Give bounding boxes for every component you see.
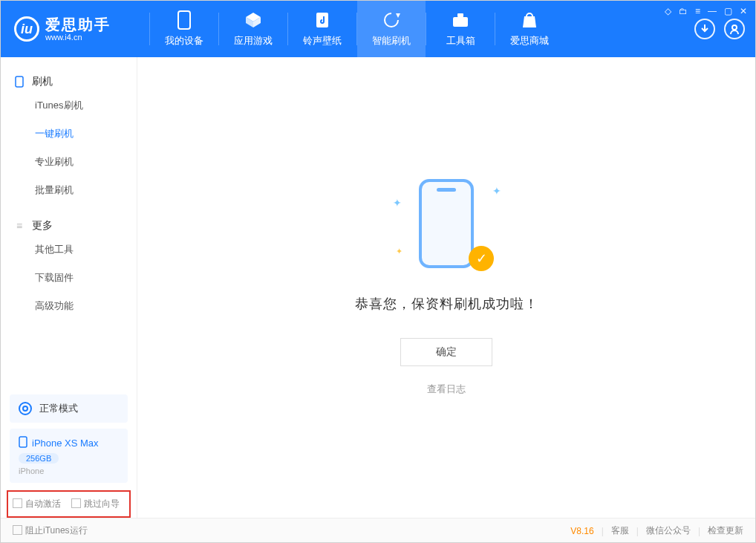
checkbox-icon — [71, 498, 81, 508]
group-more: ≡ 更多 — [1, 215, 137, 235]
svg-rect-9 — [16, 77, 23, 87]
phone-small-icon — [19, 436, 27, 450]
mode-icon — [19, 402, 32, 415]
app-header: iu 爱思助手 www.i4.cn 我的设备 应用游戏 铃声壁纸 智能刷机 — [1, 1, 755, 57]
tab-label: 工具箱 — [446, 34, 475, 48]
group-title: 刷机 — [32, 75, 53, 88]
tab-toolbox[interactable]: 工具箱 — [426, 1, 495, 57]
maximize-icon[interactable]: ▢ — [724, 6, 732, 16]
tab-label: 我的设备 — [165, 34, 203, 48]
view-log-link[interactable]: 查看日志 — [427, 383, 466, 396]
download-icon[interactable] — [694, 19, 715, 39]
phone-graphic — [419, 179, 474, 268]
svg-rect-7 — [457, 13, 463, 17]
group-title: 更多 — [32, 219, 53, 233]
mode-card[interactable]: 正常模式 — [10, 394, 128, 423]
checkbox-skip-guide[interactable]: 跳过向导 — [71, 498, 120, 510]
ok-button[interactable]: 确定 — [400, 338, 492, 366]
success-message: 恭喜您，保资料刷机成功啦！ — [355, 295, 538, 313]
tab-label: 爱思商城 — [510, 34, 549, 48]
minimize-icon[interactable]: — — [708, 6, 717, 16]
status-bar: 阻止iTunes运行 V8.16 | 客服 | 微信公众号 | 检查更新 — [1, 518, 755, 543]
sidebar-item-advanced[interactable]: 高级功能 — [1, 292, 137, 320]
tab-label: 应用游戏 — [234, 34, 273, 48]
checkbox-block-itunes[interactable]: 阻止iTunes运行 — [13, 524, 88, 537]
device-name: iPhone XS Max — [32, 438, 99, 449]
app-name: 爱思助手 — [45, 16, 111, 33]
lock-icon[interactable]: 🗀 — [679, 6, 688, 16]
window-controls: ◇ 🗀 ≡ — ▢ ✕ — [665, 6, 747, 16]
device-capacity: 256GB — [19, 453, 59, 464]
tab-label: 铃声壁纸 — [303, 34, 342, 48]
svg-marker-5 — [396, 13, 400, 18]
body: 刷机 iTunes刷机 一键刷机 专业刷机 批量刷机 ≡ 更多 其他工具 下载固… — [1, 57, 755, 518]
checkbox-auto-activate[interactable]: 自动激活 — [13, 498, 61, 510]
sidebar-item-other-tools[interactable]: 其他工具 — [1, 235, 137, 264]
app-logo: iu 爱思助手 www.i4.cn — [1, 16, 149, 42]
wechat-link[interactable]: 微信公众号 — [646, 524, 691, 537]
svg-rect-6 — [453, 17, 468, 27]
version-label: V8.16 — [570, 526, 593, 536]
sparkle-icon: ✦ — [393, 197, 402, 209]
phone-outline-icon — [14, 77, 25, 87]
checkbox-icon — [13, 525, 22, 535]
logo-icon: iu — [14, 16, 39, 42]
checkmark-icon: ✓ — [469, 246, 494, 271]
svg-rect-0 — [178, 11, 190, 29]
checkbox-icon — [13, 498, 22, 508]
device-card[interactable]: iPhone XS Max 256GB iPhone — [10, 429, 128, 483]
sidebar-item-download-firmware[interactable]: 下载固件 — [1, 264, 137, 292]
shirt-icon[interactable]: ◇ — [665, 6, 671, 16]
app-url: www.i4.cn — [45, 33, 111, 42]
check-update-link[interactable]: 检查更新 — [708, 524, 743, 537]
tab-flash[interactable]: 智能刷机 — [357, 1, 426, 57]
success-illustration: ✦ ✦ ✦ ✓ — [394, 179, 498, 276]
sidebar: 刷机 iTunes刷机 一键刷机 专业刷机 批量刷机 ≡ 更多 其他工具 下载固… — [1, 57, 137, 518]
support-link[interactable]: 客服 — [611, 524, 629, 537]
menu-icon[interactable]: ≡ — [695, 6, 700, 16]
sparkle-icon: ✦ — [492, 185, 501, 197]
group-flash: 刷机 — [1, 71, 137, 91]
cube-icon — [244, 10, 263, 30]
svg-rect-10 — [19, 437, 27, 447]
sidebar-item-batch-flash[interactable]: 批量刷机 — [1, 176, 137, 204]
sparkle-icon: ✦ — [396, 247, 403, 256]
tab-label: 智能刷机 — [372, 34, 411, 48]
svg-point-8 — [732, 25, 737, 30]
close-icon[interactable]: ✕ — [740, 6, 747, 16]
bag-icon — [520, 10, 539, 30]
music-icon — [313, 10, 332, 30]
user-icon[interactable] — [724, 19, 745, 39]
list-icon: ≡ — [14, 221, 25, 231]
toolbox-icon — [451, 10, 470, 30]
refresh-icon — [382, 10, 401, 30]
tab-apps-games[interactable]: 应用游戏 — [219, 1, 287, 57]
sidebar-item-oneclick-flash[interactable]: 一键刷机 — [1, 120, 137, 148]
tab-my-device[interactable]: 我的设备 — [150, 1, 218, 57]
device-icon — [175, 10, 194, 30]
tab-ringtones[interactable]: 铃声壁纸 — [288, 1, 356, 57]
tab-store[interactable]: 爱思商城 — [495, 1, 564, 57]
options-highlight: 自动激活 跳过向导 — [7, 490, 131, 518]
main-panel: ✦ ✦ ✦ ✓ 恭喜您，保资料刷机成功啦！ 确定 查看日志 — [137, 57, 755, 518]
sidebar-item-pro-flash[interactable]: 专业刷机 — [1, 148, 137, 176]
device-type: iPhone — [19, 466, 119, 475]
sidebar-item-itunes-flash[interactable]: iTunes刷机 — [1, 91, 137, 120]
mode-label: 正常模式 — [39, 402, 78, 415]
top-nav: 我的设备 应用游戏 铃声壁纸 智能刷机 工具箱 爱思商城 — [150, 1, 564, 57]
